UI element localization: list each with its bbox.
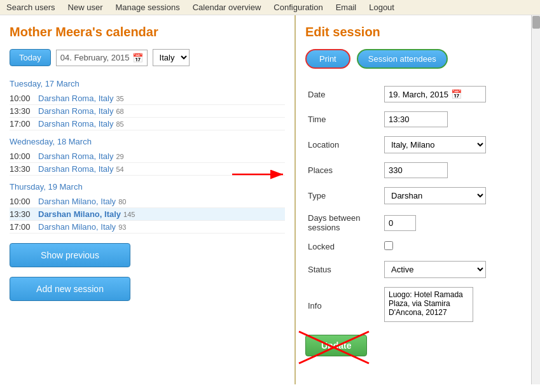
nav-calendar-overview[interactable]: Calendar overview [193, 3, 261, 12]
date-row: Date 19. March, 2015 📅 [305, 81, 530, 107]
days-between-input[interactable] [384, 215, 416, 231]
info-textarea[interactable]: Luogo: Hotel Ramada Plaza, via Stamira D… [384, 287, 473, 322]
session-count: 80 [118, 198, 126, 206]
list-item[interactable]: 13:30 Darshan Milano, Italy 145 [10, 208, 285, 221]
type-select[interactable]: Darshan [384, 187, 486, 204]
time-input[interactable] [384, 111, 448, 127]
session-count: 93 [118, 223, 126, 231]
show-previous-button[interactable]: Show previous [10, 243, 130, 267]
calendar-controls: Today 04. February, 2015 📅 Italy [10, 49, 285, 66]
calendar-icon[interactable]: 📅 [132, 53, 143, 63]
update-section: Update [305, 335, 367, 356]
date-calendar-icon[interactable]: 📅 [451, 89, 462, 99]
location-label: Location [305, 132, 382, 158]
list-item[interactable]: 10:00 Darshan Roma, Italy 35 [10, 92, 285, 105]
days-between-row: Days between sessions [305, 209, 530, 237]
print-button[interactable]: Print [305, 49, 350, 69]
locked-row: Locked [305, 237, 530, 256]
session-count: 145 [123, 211, 135, 218]
nav-search-users[interactable]: Search users [6, 3, 55, 12]
session-attendees-button[interactable]: Session attendees [357, 49, 448, 69]
date-value: 04. February, 2015 [60, 53, 130, 62]
edit-form: Date 19. March, 2015 📅 Time Location [305, 81, 530, 328]
session-count: 68 [116, 108, 124, 115]
date-field[interactable]: 19. March, 2015 📅 [384, 86, 486, 102]
today-button[interactable]: Today [10, 49, 51, 66]
info-label: Info [305, 283, 382, 328]
type-row: Type Darshan [305, 183, 530, 209]
session-time: 17:00 [10, 119, 38, 129]
session-time: 17:00 [10, 222, 38, 232]
right-panel: Edit session Print Session attendees Dat… [296, 15, 540, 384]
add-new-session-button[interactable]: Add new session [10, 277, 130, 301]
locked-label: Locked [305, 237, 382, 256]
session-time: 13:30 [10, 209, 38, 219]
nav-email[interactable]: Email [336, 3, 357, 12]
list-item[interactable]: 13:30 Darshan Roma, Italy 54 [10, 163, 285, 176]
list-item[interactable]: 17:00 Darshan Milano, Italy 93 [10, 221, 285, 234]
places-label: Places [305, 158, 382, 183]
status-label: Status [305, 256, 382, 283]
days-between-label: Days between sessions [305, 209, 382, 237]
session-count: 29 [116, 153, 124, 160]
nav-new-user[interactable]: New user [68, 3, 103, 12]
status-select[interactable]: Active [384, 261, 486, 278]
places-row: Places [305, 158, 530, 183]
time-row: Time [305, 107, 530, 132]
info-row: Info Luogo: Hotel Ramada Plaza, via Stam… [305, 283, 530, 328]
session-count: 35 [116, 95, 124, 102]
session-name[interactable]: Darshan Roma, Italy [38, 106, 114, 116]
session-time: 10:00 [10, 197, 38, 206]
calendar-title: Mother Meera's calendar [10, 25, 285, 39]
scrollbar-thumb[interactable] [532, 16, 540, 29]
right-scrollbar[interactable] [531, 15, 540, 384]
session-count: 54 [116, 165, 124, 173]
places-input[interactable] [384, 162, 448, 178]
edit-session-title: Edit session [305, 25, 530, 39]
locked-checkbox[interactable] [384, 241, 393, 250]
nav-configuration[interactable]: Configuration [273, 3, 322, 12]
session-count: 85 [116, 120, 124, 128]
time-label: Time [305, 107, 382, 132]
session-name[interactable]: Darshan Roma, Italy [38, 94, 114, 103]
left-panel: Mother Meera's calendar Today 04. Februa… [0, 15, 296, 384]
list-item[interactable]: 17:00 Darshan Roma, Italy 85 [10, 118, 285, 130]
date-field-value: 19. March, 2015 [389, 90, 448, 99]
nav-manage-sessions[interactable]: Manage sessions [116, 3, 180, 12]
action-buttons: Print Session attendees [305, 49, 530, 69]
session-time: 10:00 [10, 94, 38, 103]
session-time: 13:30 [10, 106, 38, 116]
location-row: Location Italy, Milano [305, 132, 530, 158]
session-name[interactable]: Darshan Milano, Italy [38, 222, 116, 232]
session-name[interactable]: Darshan Roma, Italy [38, 151, 114, 161]
location-select-field[interactable]: Italy, Milano [384, 136, 486, 153]
main-layout: Mother Meera's calendar Today 04. Februa… [0, 15, 540, 384]
date-picker[interactable]: 04. February, 2015 📅 [56, 50, 148, 66]
session-time: 13:30 [10, 164, 38, 174]
list-item[interactable]: 10:00 Darshan Roma, Italy 29 [10, 150, 285, 163]
top-nav: Search users New user Manage sessions Ca… [0, 0, 540, 15]
session-time: 10:00 [10, 151, 38, 161]
day-header-wednesday: Wednesday, 18 March [10, 137, 285, 146]
location-select[interactable]: Italy [153, 49, 190, 66]
date-label: Date [305, 81, 382, 107]
list-item[interactable]: 10:00 Darshan Milano, Italy 80 [10, 195, 285, 208]
type-label: Type [305, 183, 382, 209]
session-name[interactable]: Darshan Milano, Italy [38, 197, 116, 206]
day-header-tuesday: Tuesday, 17 March [10, 79, 285, 88]
session-name[interactable]: Darshan Milano, Italy [38, 209, 121, 219]
list-item[interactable]: 13:30 Darshan Roma, Italy 68 [10, 105, 285, 118]
day-header-thursday: Thursday, 19 March [10, 182, 285, 192]
nav-logout[interactable]: Logout [369, 3, 394, 12]
status-row: Status Active [305, 256, 530, 283]
session-name[interactable]: Darshan Roma, Italy [38, 119, 114, 129]
update-button[interactable]: Update [305, 335, 367, 356]
session-name[interactable]: Darshan Roma, Italy [38, 164, 114, 174]
